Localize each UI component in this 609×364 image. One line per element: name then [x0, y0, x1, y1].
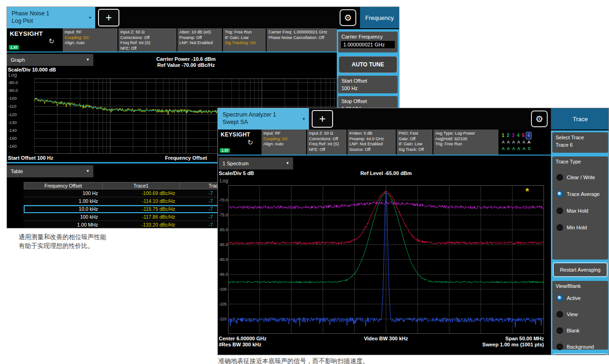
lxi-badge: LXI	[220, 148, 230, 153]
measurement-tab-swept-sa[interactable]: Spectrum Analyzer 1 Swept SA ▼	[218, 108, 309, 130]
y-axis-tick-label: -105	[219, 302, 227, 306]
radio-option-blank[interactable]: Blank	[557, 325, 580, 336]
radio-option-label: Active	[567, 295, 581, 301]
settings-column-inputz: Input Z: 50 ΩCorrections: OffFreq Ref: I…	[307, 130, 347, 155]
settings-line: Sig Tracking: On	[225, 40, 264, 46]
cell-trace1-value: -100.69 dBc/Hz	[103, 189, 180, 197]
settings-line: LNP: Not Enabled	[349, 142, 394, 147]
y-axis-tick-label: -90.0	[8, 88, 18, 93]
select-trace-cell[interactable]: Select Trace Trace 6	[552, 132, 608, 153]
start-offset-label: Start Offset	[338, 76, 398, 84]
settings-line: Trig: Free Run	[225, 30, 264, 35]
trace-detector-flag: A	[523, 145, 526, 152]
trace-type-flag: A	[507, 139, 510, 145]
radio-option-clear-write[interactable]: Clear / Write	[557, 172, 595, 182]
keysight-logo: KEYSIGHT	[218, 130, 261, 138]
y-axis-tick-label: -80.0	[219, 228, 228, 232]
trace-type-flag: A	[522, 139, 525, 145]
carrier-power-annotation: Carrier Power -10.6 dBm	[34, 56, 338, 62]
spectrum-y-axis: -70.0-75.0-80.0-85.0-90.0-95.0-100-105-1…	[218, 185, 228, 334]
view-blank-group: View/Blank ActiveViewBlankBackground	[552, 281, 608, 350]
trace-menu-panel: Select Trace Trace 6 Trace Type Clear / …	[551, 130, 609, 355]
spectrum-view-dropdown[interactable]: 1 Spectrum ▼	[219, 157, 293, 169]
table-header-1: Frequency Offset	[24, 182, 103, 189]
restart-averaging-button[interactable]: Restart Averaging	[553, 262, 608, 277]
cell-frequency-offset: 1.00 kHz	[24, 197, 103, 205]
settings-gear-button[interactable]: ⚙	[340, 9, 356, 26]
log-scale-label: Log	[8, 72, 17, 78]
keysight-brand-block: KEYSIGHT ↻ LXI	[7, 28, 62, 52]
radio-option-min-hold[interactable]: Min Hold	[557, 222, 587, 233]
cell-frequency-offset: 1.00 MHz	[24, 221, 103, 228]
trace-type-group: Trace Type Clear / WriteTrace AverageMax…	[552, 156, 608, 260]
trace-number: 3	[512, 132, 515, 139]
radio-icon	[557, 224, 563, 231]
radio-option-background[interactable]: Background	[557, 342, 594, 352]
auto-tune-button[interactable]: AUTO TUNE	[339, 56, 397, 73]
cell-trace1-value: -133.20 dBc/Hz	[103, 221, 180, 228]
settings-line: PNO: Fast	[399, 131, 431, 136]
settings-line: Atten: 10 dB (e0)	[179, 30, 220, 35]
start-offset-cell[interactable]: Start Offset 100 Hz	[338, 76, 398, 93]
radio-option-label: Max Hold	[567, 208, 588, 214]
carrier-frequency-value[interactable]: 1.000000021 GHz	[341, 41, 395, 48]
add-tab-button[interactable]: +	[312, 110, 333, 128]
settings-column-carrier: Carrier Freq: 1.000000021 GHzPhase Noise…	[267, 28, 337, 52]
radio-icon	[557, 311, 563, 318]
settings-line: NFE: Off	[120, 46, 175, 52]
radio-option-active[interactable]: Active	[557, 293, 581, 303]
settings-line: Phase Noise Cancellation: Off	[268, 35, 335, 41]
settings-column-input: Input: RFCoupling: DCAlign: Auto	[63, 28, 118, 52]
y-axis-tick-label: -110	[8, 104, 16, 109]
table-view-dropdown[interactable]: Table ▼	[7, 165, 93, 177]
tab-trace[interactable]: Trace	[551, 108, 609, 130]
settings-gear-button[interactable]: ⚙	[531, 110, 548, 127]
y-axis-tick-label: -110	[219, 317, 226, 321]
select-trace-label: Select Trace	[552, 132, 608, 140]
radio-option-label: View	[567, 312, 578, 317]
trace-register-detectors: AAAAAS	[502, 145, 530, 152]
measurement-tab-title: Spectrum Analyzer 1	[223, 111, 298, 118]
ref-value-annotation: Ref Value -70.00 dBc/Hz	[34, 62, 338, 68]
caption-spectrum: 准确地表征接近本底噪声的信号，而不影响扫描速度。	[218, 357, 369, 364]
settings-line: Corrections: Off	[309, 136, 345, 142]
trace-number: 4	[517, 132, 520, 139]
settings-line: Preamp: Off	[179, 35, 220, 41]
cell-trace1-value: -115.75 dBc/Hz	[103, 205, 180, 213]
trace-detector-flag: S	[528, 145, 530, 152]
radio-option-view[interactable]: View	[557, 309, 578, 319]
measurement-tab-phase-noise[interactable]: Phase Noise 1 Log Plot ▼	[7, 7, 95, 28]
settings-line: Align: Auto	[65, 40, 116, 46]
settings-line: Corrections: Off	[120, 35, 175, 41]
stop-offset-label: Stop Offset	[338, 96, 398, 104]
trace-register-numbers: 123456	[502, 132, 530, 139]
tab-frequency[interactable]: Frequency	[360, 7, 399, 28]
settings-line: Trig: Free Run	[435, 142, 497, 147]
trace-detector-flag: A	[502, 145, 505, 152]
log-scale-label: Log	[220, 178, 228, 183]
trace-settings-table-button[interactable]: ‹ Trace Settings Table	[553, 353, 608, 355]
carrier-frequency-cell[interactable]: Carrier Frequency 1.000000021 GHz	[338, 32, 398, 52]
radio-option-label: Trace Average	[567, 191, 600, 197]
ref-level-annotation: Ref Level -65.00 dBm	[228, 170, 544, 176]
settings-column-avg: Avg Type: Log-PowerAvg|Hold: 92/100Trig:…	[433, 130, 498, 155]
trace-number: 1	[502, 132, 504, 139]
cell-frequency-offset: 10.0 kHz	[24, 205, 103, 213]
separator	[7, 52, 338, 52]
chevron-down-icon: ▼	[86, 165, 90, 177]
radio-option-max-hold[interactable]: Max Hold	[557, 206, 588, 216]
spectrum-plot	[228, 185, 544, 334]
trace-detector-flag: A	[512, 145, 515, 152]
settings-line: Freq Ref: Int (S)	[309, 142, 345, 147]
settings-line: #Atten: 0 dB	[349, 131, 394, 136]
y-axis-tick-label: -100	[219, 287, 227, 292]
window1-tab-bar: Phase Noise 1 Log Plot ▼ + ⚙ Frequency	[7, 7, 399, 28]
uncal-asterisk: *	[525, 186, 529, 197]
add-tab-button[interactable]: +	[98, 9, 119, 26]
settings-line: Input Z: 50 Ω	[120, 30, 175, 35]
settings-line: IF Gain: Low	[225, 35, 264, 41]
radio-option-trace-average[interactable]: Trace Average	[557, 189, 600, 199]
settings-line: Source: Off	[349, 147, 394, 153]
settings-column-inputz: Input Z: 50 ΩCorrections: OffFreq Ref: I…	[118, 28, 177, 52]
trace-number: 5	[522, 132, 525, 139]
